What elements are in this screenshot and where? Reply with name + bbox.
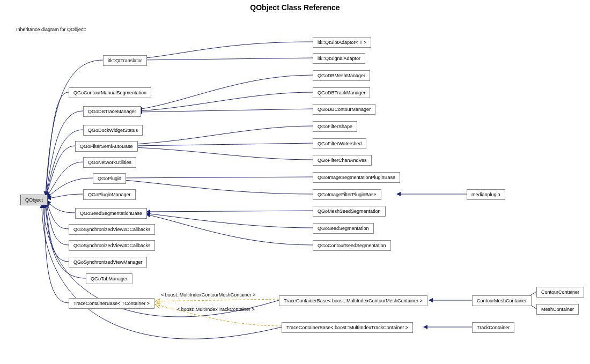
diagram-caption: Inheritance diagram for QObject: bbox=[16, 27, 86, 32]
node-meshcontainer[interactable]: MeshContainer bbox=[536, 304, 579, 315]
node-trackcontainer[interactable]: TrackContainer bbox=[472, 322, 514, 333]
node-qgodbtrackmanager[interactable]: QGoDBTrackManager bbox=[313, 87, 370, 98]
node-qgofiltersemiautobase[interactable]: QGoFilterSemiAutoBase bbox=[75, 141, 138, 152]
node-contourcontainer[interactable]: ContourContainer bbox=[536, 287, 584, 298]
node-qgodbcontourmanager[interactable]: QGoDBContourManager bbox=[313, 104, 375, 115]
node-tcb-contourmesh[interactable]: TraceContainerBase< boost::MultiIndexCon… bbox=[279, 295, 427, 306]
node-qttranslator[interactable]: itk::QtTranslator bbox=[103, 55, 147, 66]
node-qgodockwidgetstatus[interactable]: QGoDockWidgetStatus bbox=[83, 125, 143, 136]
node-qgoimagefilterpluginbase[interactable]: QGoImageFilterPluginBase bbox=[313, 189, 381, 200]
node-qtsignaladaptor[interactable]: itk::QtSignalAdaptor bbox=[313, 53, 365, 64]
node-qgodbtracemanager[interactable]: QGoDBTraceManager bbox=[83, 106, 141, 117]
node-qobject[interactable]: QObject bbox=[20, 195, 48, 205]
node-qgoseedsegmentationbase[interactable]: QGoSeedSegmentationBase bbox=[75, 208, 147, 219]
tparam-track: < boost::MultiIndexTrackContainer > bbox=[177, 307, 255, 312]
node-contourmeshcontainer[interactable]: ContourMeshContainer bbox=[472, 295, 532, 306]
node-tcb-track[interactable]: TraceContainerBase< boost::MultiIndexTra… bbox=[282, 322, 413, 333]
node-qgoplugin[interactable]: QGoPlugin bbox=[93, 173, 126, 184]
node-qgoseedseg[interactable]: QGoSeedSegmentation bbox=[313, 223, 374, 234]
node-qtslotadaptor[interactable]: itk::QtSlotAdaptor< T > bbox=[313, 37, 371, 48]
node-qgocontourmanualsegmentation[interactable]: QGoContourManualSegmentation bbox=[69, 87, 151, 98]
node-tracecontainerbase-t[interactable]: TraceContainerBase< TContainer > bbox=[69, 298, 154, 309]
node-qgosyncview2d[interactable]: QGoSynchronizedView2DCallbacks bbox=[69, 224, 155, 235]
node-qgosyncview3d[interactable]: QGoSynchronizedView3DCallbacks bbox=[69, 240, 155, 251]
node-qgofilterchanandves[interactable]: QGoFilterChanAndVes bbox=[313, 155, 372, 166]
node-qgoimagesegpluginbase[interactable]: QGoImageSegmentationPluginBase bbox=[313, 172, 400, 183]
inheritance-edges bbox=[0, 0, 590, 364]
tparam-contourmesh: < boost::MultiIndexContourMeshContainer … bbox=[161, 292, 256, 298]
node-qgodbmeshmanager[interactable]: QGoDBMeshManager bbox=[313, 70, 370, 81]
node-qgofiltershape[interactable]: QGoFilterShape bbox=[313, 121, 357, 132]
node-qgomeshseedseg[interactable]: QGoMeshSeedSegmentation bbox=[313, 206, 386, 217]
node-qgonetworkutilities[interactable]: QGoNetworkUtilities bbox=[83, 157, 136, 168]
node-qgocontourseedseg[interactable]: QGoContourSeedSegmentation bbox=[313, 240, 391, 251]
node-medianplugin[interactable]: medianplugin bbox=[467, 189, 505, 200]
node-qgosyncviewmanager[interactable]: QGoSynchronizedViewManager bbox=[69, 257, 147, 268]
page-title: QObject Class Reference bbox=[0, 3, 590, 12]
node-qgopluginmanager[interactable]: QGoPluginManager bbox=[83, 189, 136, 200]
node-qgotabmanager[interactable]: QGoTabManager bbox=[86, 273, 132, 284]
node-qgofilterwatershed[interactable]: QGoFilterWatershed bbox=[313, 138, 366, 149]
